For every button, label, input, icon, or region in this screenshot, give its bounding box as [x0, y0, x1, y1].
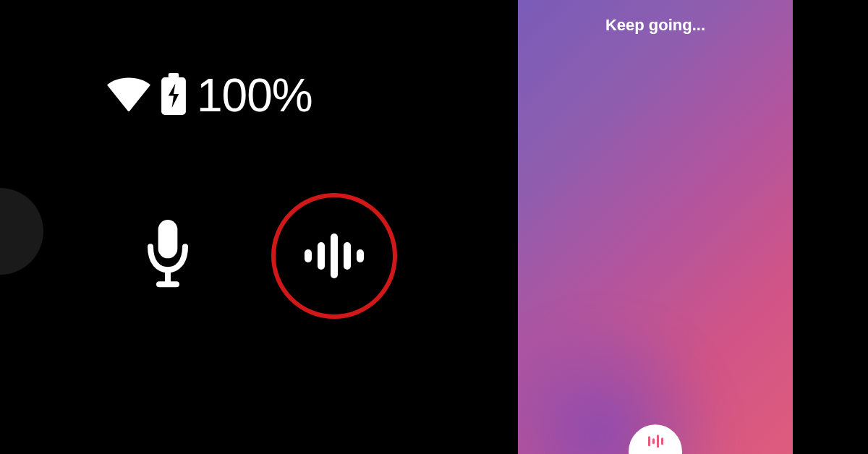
battery-charging-icon — [161, 73, 187, 118]
battery-percentage: 100% — [197, 69, 312, 122]
status-bar: 100% — [107, 69, 312, 122]
svg-rect-2 — [158, 220, 178, 258]
microphone-icon — [145, 220, 191, 289]
svg-rect-3 — [165, 270, 171, 283]
svg-rect-4 — [156, 281, 179, 287]
glow-decoration — [518, 309, 728, 454]
wifi-icon — [107, 77, 150, 114]
microphone-button[interactable] — [145, 220, 191, 292]
voice-controls — [145, 191, 399, 321]
listening-panel: Keep going... — [518, 0, 793, 454]
edge-nub[interactable] — [0, 188, 43, 275]
listening-prompt: Keep going... — [605, 16, 705, 35]
right-border — [793, 0, 868, 454]
highlight-circle — [271, 193, 397, 319]
sound-search-button[interactable] — [269, 191, 399, 321]
sound-bars-icon — [648, 434, 663, 447]
watch-home-panel: 100% — [0, 0, 518, 454]
